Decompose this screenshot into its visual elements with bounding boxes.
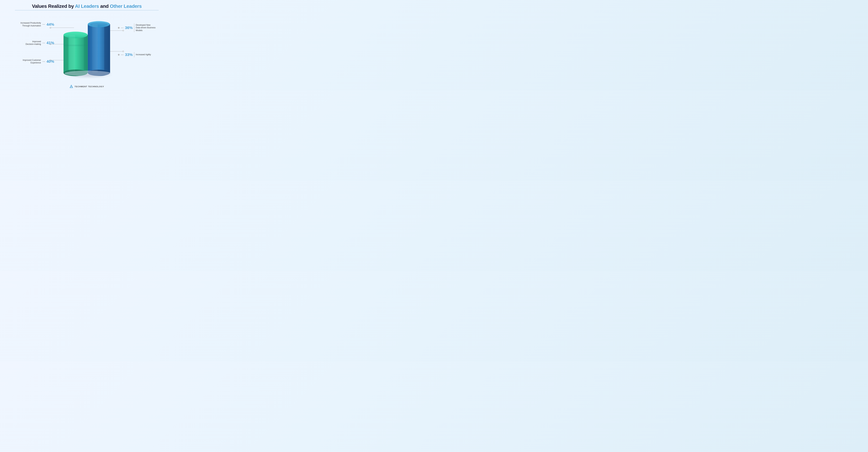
title-highlight-ai: AI Leaders bbox=[75, 3, 99, 9]
label-datamodels: 36% Developed NewData-driven BusinessMod… bbox=[118, 24, 167, 32]
label-decision-text: ImprovedDecision-making bbox=[7, 40, 41, 46]
label-agility-divider bbox=[134, 52, 134, 57]
page-title: Values Realized by AI Leaders and Other … bbox=[7, 3, 167, 9]
label-agility: 33% Increased Agility bbox=[118, 52, 167, 57]
right-labels: 36% Developed NewData-driven BusinessMod… bbox=[118, 12, 167, 81]
svg-marker-10 bbox=[70, 85, 73, 88]
label-productivity-line bbox=[42, 24, 45, 25]
label-agility-line bbox=[121, 55, 124, 55]
green-band bbox=[64, 45, 88, 46]
green-cylinder-top-inner bbox=[66, 33, 85, 37]
main-content: Increased ProductivityThrough Automation… bbox=[7, 12, 167, 81]
label-productivity-text: Increased ProductivityThrough Automation bbox=[7, 22, 41, 27]
blue-cylinder-right-side bbox=[104, 24, 110, 73]
footer-logo bbox=[69, 85, 73, 88]
label-datamodels-text: Developed NewData-driven BusinessModels bbox=[136, 24, 156, 32]
label-decision-line bbox=[42, 43, 45, 43]
label-datamodels-dot bbox=[118, 27, 119, 28]
page-container: Values Realized by AI Leaders and Other … bbox=[0, 0, 174, 90]
label-agility-dot bbox=[118, 54, 119, 55]
title-divider bbox=[15, 10, 159, 10]
base-ellipse bbox=[64, 70, 111, 76]
green-cylinder-left-side bbox=[64, 35, 68, 73]
label-customer-text: Improved CustomerExperience bbox=[7, 59, 41, 64]
green-cylinder-overlap bbox=[84, 35, 88, 73]
title-highlight-other: Other Leaders bbox=[110, 3, 142, 9]
green-sheen bbox=[69, 35, 75, 73]
label-datamodels-percent: 36% bbox=[125, 26, 133, 30]
title-section: Values Realized by AI Leaders and Other … bbox=[7, 3, 167, 10]
label-decision: ImprovedDecision-making 41% bbox=[7, 40, 56, 46]
chart-svg bbox=[54, 13, 120, 80]
label-productivity: Increased ProductivityThrough Automation… bbox=[7, 22, 56, 27]
footer: TECHMENT TECHNOLOGY bbox=[69, 85, 104, 88]
label-customer-line bbox=[42, 61, 45, 62]
techment-logo-icon bbox=[69, 85, 73, 88]
footer-brand-text: TECHMENT TECHNOLOGY bbox=[75, 85, 104, 88]
label-datamodels-line bbox=[121, 28, 124, 28]
label-customer: Improved CustomerExperience 40% bbox=[7, 59, 56, 64]
label-agility-percent: 33% bbox=[125, 53, 133, 57]
blue-sheen bbox=[92, 24, 98, 73]
left-labels: Increased ProductivityThrough Automation… bbox=[7, 12, 56, 81]
chart-area bbox=[54, 13, 120, 80]
label-datamodels-divider bbox=[134, 24, 134, 32]
label-agility-text: Increased Agility bbox=[136, 53, 151, 56]
